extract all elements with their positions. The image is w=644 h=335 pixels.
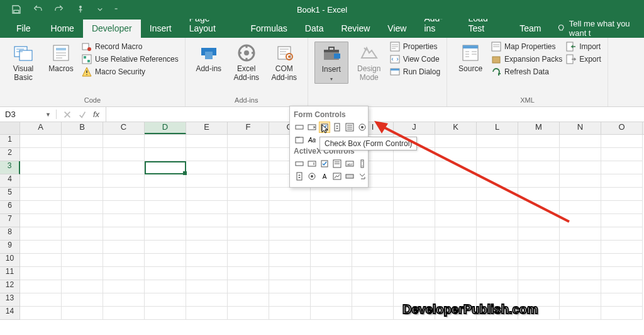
col-header[interactable]: C bbox=[103, 122, 145, 134]
expansion-packs-button[interactable]: Expansion Packs bbox=[491, 54, 562, 64]
cell[interactable] bbox=[145, 241, 186, 254]
cell[interactable] bbox=[186, 135, 228, 148]
cell[interactable] bbox=[518, 227, 560, 241]
cell[interactable] bbox=[62, 201, 103, 214]
undo-icon[interactable] bbox=[33, 4, 43, 14]
tab-insert[interactable]: Insert bbox=[141, 20, 180, 38]
cell[interactable] bbox=[20, 267, 62, 280]
cell[interactable] bbox=[103, 293, 145, 307]
cell[interactable] bbox=[477, 227, 518, 241]
cell[interactable] bbox=[228, 188, 269, 201]
cell[interactable] bbox=[601, 214, 643, 227]
cell[interactable] bbox=[435, 280, 477, 293]
ax-command-button-icon[interactable] bbox=[294, 158, 305, 169]
cell[interactable] bbox=[103, 214, 145, 227]
cell[interactable] bbox=[103, 161, 145, 174]
ax-scroll-bar-icon[interactable] bbox=[357, 158, 368, 169]
insert-controls-button[interactable]: Insert ▾ bbox=[314, 42, 348, 84]
cell[interactable] bbox=[145, 227, 186, 241]
cell[interactable] bbox=[145, 267, 186, 280]
name-box[interactable]: D3 ▼ bbox=[0, 110, 57, 119]
cell[interactable] bbox=[601, 188, 643, 201]
col-header[interactable]: D bbox=[145, 122, 186, 134]
tab-team[interactable]: Team bbox=[511, 20, 550, 38]
cell[interactable] bbox=[311, 188, 352, 201]
cell[interactable] bbox=[62, 254, 103, 267]
cell[interactable] bbox=[186, 148, 228, 161]
cell[interactable] bbox=[435, 254, 477, 267]
cell[interactable] bbox=[145, 254, 186, 267]
ax-option-button-icon[interactable] bbox=[306, 171, 318, 182]
cell[interactable] bbox=[601, 307, 643, 320]
cell[interactable] bbox=[601, 254, 643, 267]
row-header[interactable]: 5 bbox=[0, 188, 20, 201]
cell[interactable] bbox=[477, 254, 518, 267]
cell[interactable] bbox=[601, 135, 643, 148]
cell[interactable] bbox=[269, 280, 311, 293]
cell[interactable] bbox=[228, 148, 269, 161]
cell[interactable] bbox=[560, 267, 601, 280]
cell[interactable] bbox=[601, 148, 643, 161]
cell[interactable] bbox=[601, 227, 643, 241]
map-properties-button[interactable]: Map Properties bbox=[491, 42, 562, 52]
row-header[interactable]: 2 bbox=[0, 148, 20, 161]
cell[interactable] bbox=[228, 280, 269, 293]
cell[interactable] bbox=[518, 254, 560, 267]
button-control-icon[interactable] bbox=[294, 122, 305, 133]
spin-button-control-icon[interactable] bbox=[331, 122, 343, 133]
cell[interactable] bbox=[145, 174, 186, 188]
formula-input[interactable] bbox=[106, 107, 644, 122]
list-box-control-icon[interactable] bbox=[344, 122, 355, 133]
col-header[interactable]: E bbox=[186, 122, 228, 134]
enter-icon[interactable] bbox=[78, 110, 87, 119]
cell[interactable] bbox=[145, 280, 186, 293]
cell[interactable] bbox=[477, 280, 518, 293]
cell[interactable] bbox=[62, 307, 103, 320]
cell[interactable] bbox=[145, 307, 186, 320]
cell[interactable] bbox=[20, 227, 62, 241]
cell[interactable] bbox=[435, 267, 477, 280]
properties-button[interactable]: Properties bbox=[390, 42, 440, 52]
cell[interactable] bbox=[62, 148, 103, 161]
cell[interactable] bbox=[518, 267, 560, 280]
group-box-control-icon[interactable]: xyz bbox=[294, 134, 305, 145]
cell[interactable] bbox=[228, 293, 269, 307]
cell[interactable] bbox=[62, 174, 103, 188]
cell[interactable] bbox=[601, 161, 643, 174]
cell[interactable] bbox=[228, 174, 269, 188]
tab-review[interactable]: Review bbox=[332, 20, 379, 38]
ax-toggle-button-icon[interactable] bbox=[344, 171, 355, 182]
cell[interactable] bbox=[186, 227, 228, 241]
cell[interactable] bbox=[20, 293, 62, 307]
cell[interactable] bbox=[20, 307, 62, 320]
cell[interactable] bbox=[601, 293, 643, 307]
cell[interactable] bbox=[20, 148, 62, 161]
cell[interactable] bbox=[269, 214, 311, 227]
row-header[interactable]: 3 bbox=[0, 161, 20, 174]
cell[interactable] bbox=[103, 254, 145, 267]
redo-icon[interactable] bbox=[54, 4, 64, 14]
cell[interactable] bbox=[269, 201, 311, 214]
cell[interactable] bbox=[601, 241, 643, 254]
cell[interactable] bbox=[311, 280, 352, 293]
row-header[interactable]: 13 bbox=[0, 293, 20, 307]
macros-button[interactable]: Macros bbox=[44, 42, 78, 74]
cell[interactable] bbox=[20, 201, 62, 214]
combo-box-control-icon[interactable] bbox=[306, 122, 318, 133]
tab-home[interactable]: Home bbox=[42, 20, 83, 38]
ax-spin-button-icon[interactable] bbox=[294, 171, 305, 182]
cell[interactable] bbox=[311, 293, 352, 307]
cell[interactable] bbox=[145, 214, 186, 227]
cell[interactable] bbox=[477, 267, 518, 280]
cell[interactable] bbox=[103, 227, 145, 241]
source-button[interactable]: Source bbox=[453, 42, 487, 74]
cell[interactable] bbox=[394, 241, 435, 254]
use-relative-button[interactable]: Use Relative References bbox=[82, 54, 179, 64]
export-button[interactable]: Export bbox=[566, 54, 601, 64]
tab-formulas[interactable]: Formulas bbox=[242, 20, 296, 38]
option-button-control-icon[interactable] bbox=[357, 122, 368, 133]
cell[interactable] bbox=[601, 174, 643, 188]
cell[interactable] bbox=[186, 241, 228, 254]
row-header[interactable]: 9 bbox=[0, 241, 20, 254]
ax-check-box-icon[interactable] bbox=[319, 158, 330, 169]
